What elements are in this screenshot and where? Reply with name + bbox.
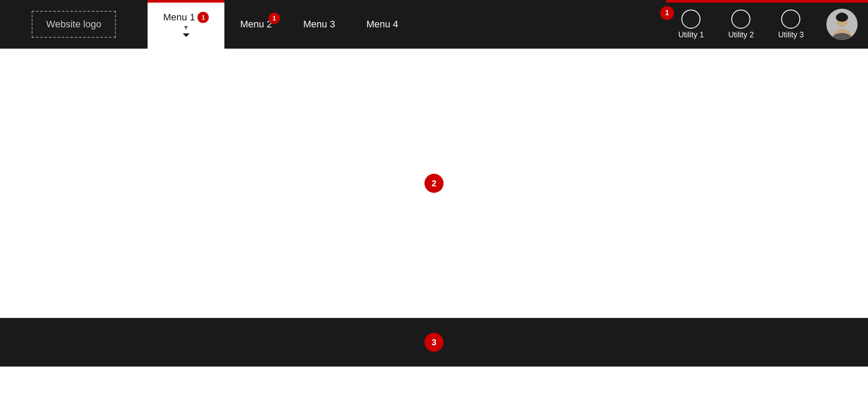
nav-badge-menu2: 1 bbox=[269, 13, 280, 24]
main-content: 2 bbox=[0, 49, 868, 318]
nav-label-menu1: Menu 1 bbox=[163, 12, 195, 23]
utility3-label: Utility 3 bbox=[778, 30, 804, 40]
nav-item-menu2[interactable]: 1 Menu 2 bbox=[224, 0, 287, 49]
main-nav: Menu 1 1 ▼ 1 Menu 2 Menu 3 Menu 4 bbox=[148, 0, 414, 49]
utility-item-2[interactable]: Utility 2 bbox=[716, 0, 766, 49]
active-indicator bbox=[148, 0, 224, 3]
nav-badge-menu1: 1 bbox=[197, 12, 209, 23]
header: Website logo Menu 1 1 ▼ 1 Menu 2 Menu 3 bbox=[0, 0, 868, 49]
utility1-label: Utility 1 bbox=[678, 30, 704, 40]
utility-item-3[interactable]: Utility 3 bbox=[766, 0, 816, 49]
nav-label-menu4: Menu 4 bbox=[366, 19, 398, 30]
avatar-item[interactable] bbox=[816, 0, 868, 49]
logo-area: Website logo bbox=[0, 0, 148, 49]
nav-item-menu4[interactable]: Menu 4 bbox=[351, 0, 414, 49]
utility-area: 1 Utility 1 Utility 2 Utility 3 bbox=[666, 0, 868, 49]
utility2-label: Utility 2 bbox=[728, 30, 754, 40]
utility1-icon bbox=[681, 10, 700, 29]
user-avatar bbox=[826, 9, 858, 40]
utility2-icon bbox=[731, 10, 750, 29]
nav-label-menu2: 1 Menu 2 bbox=[240, 19, 272, 30]
website-logo: Website logo bbox=[32, 11, 116, 38]
utility-item-1[interactable]: Utility 1 bbox=[666, 0, 716, 49]
nav-label-menu3: Menu 3 bbox=[303, 19, 335, 30]
svg-point-4 bbox=[838, 13, 846, 19]
main-badge[interactable]: 2 bbox=[424, 174, 444, 193]
nav-item-menu1[interactable]: Menu 1 1 ▼ bbox=[148, 0, 224, 49]
utility3-icon bbox=[781, 10, 800, 29]
footer: 3 bbox=[0, 318, 868, 367]
nav-item-menu3[interactable]: Menu 3 bbox=[288, 0, 351, 49]
footer-badge[interactable]: 3 bbox=[424, 333, 444, 352]
dropdown-arrow-menu1: ▼ bbox=[183, 24, 189, 31]
utility-area-badge: 1 bbox=[660, 6, 674, 20]
